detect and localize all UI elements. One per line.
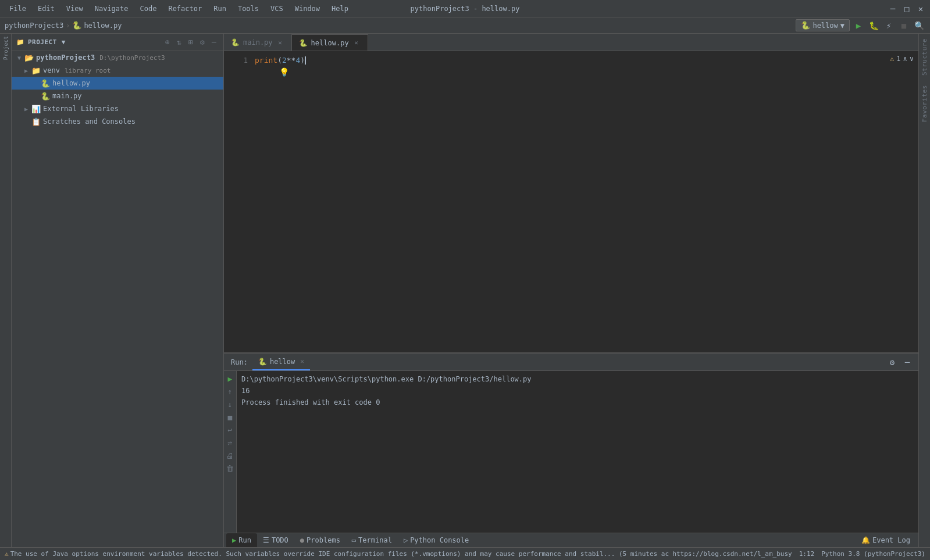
hellow-py-tab-close[interactable]: ✕ — [352, 39, 361, 47]
maximize-button[interactable]: □ — [902, 4, 911, 13]
run-button[interactable]: ▶ — [852, 19, 865, 32]
console-line-1: D:\pythonProject3\venv\Scripts\python.ex… — [241, 373, 914, 385]
title-bar-left: File Edit View Navigate Code Refactor Ru… — [5, 3, 353, 14]
structure-sidebar: Structure Favorites — [918, 34, 930, 547]
menu-view[interactable]: View — [62, 3, 88, 14]
panel-run-icon[interactable]: ▶ — [225, 373, 236, 384]
menu-refactor[interactable]: Refactor — [163, 3, 206, 14]
bottom-tab-terminal[interactable]: ▭ Terminal — [346, 533, 398, 547]
warning-indicator[interactable]: ⚠ 1 ∧ ∨ — [890, 55, 914, 63]
bottom-tab-problems[interactable]: ● Problems — [294, 533, 346, 547]
warning-nav-down[interactable]: ∨ — [910, 55, 914, 63]
stop-button[interactable]: ■ — [897, 19, 910, 32]
tree-root-project[interactable]: ▼ 📂 pythonProject3 D:\pythonProject3 — [12, 51, 223, 64]
debug-button[interactable]: 🐛 — [867, 19, 880, 32]
sidebar-settings-button[interactable]: ⚙ — [198, 38, 207, 47]
status-position[interactable]: 1:12 — [799, 550, 815, 558]
line-number-1: 1 — [226, 55, 248, 66]
tree-venv[interactable]: ▶ 📁 venv library root — [12, 64, 223, 77]
project-name-label: pythonProject3 — [36, 53, 95, 62]
menu-run[interactable]: Run — [209, 3, 231, 14]
status-warning-msg[interactable]: ⚠ The use of Java options environment va… — [5, 550, 669, 558]
main-file-label: main.py — [52, 92, 82, 100]
console-line-2: 16 — [241, 385, 914, 397]
panel-stop-icon[interactable]: ■ — [225, 412, 236, 422]
bottom-tab-todo[interactable]: ☰ TODO — [257, 533, 294, 547]
panel-clear-icon[interactable]: 🗑 — [225, 463, 236, 473]
bottom-tab-run[interactable]: ▶ Run — [226, 533, 257, 547]
bottom-tab-python-console[interactable]: ▷ Python Console — [398, 533, 475, 547]
collapse-all-button[interactable]: ⇅ — [174, 38, 184, 47]
run-tab-label: Run — [238, 536, 251, 544]
menu-navigate[interactable]: Navigate — [90, 3, 133, 14]
paren-close: ) — [300, 55, 305, 66]
bottom-toolbar: ▶ Run ☰ TODO ● Problems ▭ Terminal ▷ Pyt… — [224, 533, 918, 547]
panel-rerun-icon[interactable]: ↩ — [225, 425, 236, 435]
status-url-text: https://blog.csdn.net/l_am_busy — [672, 550, 792, 558]
chevron-down-icon: ▼ — [16, 55, 22, 60]
python-console-tab-label: Python Console — [410, 536, 469, 544]
code-line-1: print(2**4) — [255, 55, 907, 66]
main-file-icon: 🐍 — [41, 92, 50, 101]
main-py-tab-close[interactable]: ✕ — [276, 38, 284, 47]
menu-code[interactable]: Code — [136, 3, 162, 14]
expand-all-button[interactable]: ⊞ — [186, 38, 195, 47]
tree-external-libs[interactable]: ▶ 📊 External Libraries — [12, 102, 223, 115]
run-config-button[interactable]: 🐍 hellow ▼ — [796, 19, 850, 31]
panel-print-icon[interactable]: 🖨 — [225, 450, 236, 461]
profile-button[interactable]: ⚡ — [882, 19, 895, 32]
print-keyword: print — [255, 55, 277, 66]
event-log-button[interactable]: 🔔 Event Log — [856, 533, 916, 547]
lightbulb-icon[interactable]: 💡 — [279, 66, 289, 78]
event-log-icon: 🔔 — [861, 536, 870, 544]
sidebar-close-button[interactable]: ─ — [209, 38, 219, 47]
status-python-version[interactable]: Python 3.8 (pythonProject3) — [821, 550, 925, 558]
menu-window[interactable]: Window — [290, 3, 325, 14]
ext-chevron-icon: ▶ — [23, 106, 29, 112]
structure-tab[interactable]: Structure — [920, 34, 929, 80]
panel-scroll-down[interactable]: ↓ — [225, 399, 236, 409]
breadcrumb-file[interactable]: hellow.py — [84, 22, 122, 30]
tab-main-py[interactable]: 🐍 main.py ✕ — [224, 34, 292, 51]
menu-edit[interactable]: Edit — [33, 3, 59, 14]
favorites-tab[interactable]: Favorites — [920, 80, 929, 127]
tab-hellow-py[interactable]: 🐍 hellow.py ✕ — [292, 34, 368, 51]
python-console-tab-icon: ▷ — [404, 536, 408, 544]
hellow-tab-label: hellow — [270, 358, 295, 366]
venv-folder-icon: 📁 — [31, 66, 41, 75]
hellow-tab-close[interactable]: ✕ — [300, 358, 304, 365]
problems-tab-icon: ● — [300, 536, 304, 544]
scratches-icon: 📋 — [31, 117, 41, 126]
menu-help[interactable]: Help — [327, 3, 353, 14]
status-python-text: Python 3.8 (pythonProject3) — [821, 550, 925, 558]
sidebar-dropdown-arrow[interactable]: ▼ — [62, 38, 66, 46]
search-everywhere-button[interactable]: 🔍 — [913, 19, 925, 32]
add-file-button[interactable]: ⊕ — [163, 38, 172, 47]
code-editor[interactable]: print(2**4) 💡 — [250, 51, 911, 352]
editor-scrollbar[interactable] — [911, 51, 918, 352]
sidebar: 📁 Project ▼ ⊕ ⇅ ⊞ ⚙ ─ ▼ 📂 pythonProject3… — [12, 34, 224, 547]
minimize-button[interactable]: ─ — [888, 4, 897, 13]
menu-tools[interactable]: Tools — [233, 3, 263, 14]
tree-main-py[interactable]: 🐍 main.py — [12, 90, 223, 102]
sidebar-tree: ▼ 📂 pythonProject3 D:\pythonProject3 ▶ 📁… — [12, 51, 223, 547]
warning-nav-up[interactable]: ∧ — [903, 55, 907, 63]
panel-wrap-icon[interactable]: ⇌ — [225, 437, 236, 448]
run-label: Run: — [226, 358, 252, 366]
breadcrumb-project[interactable]: pythonProject3 — [5, 22, 63, 30]
panel-hide-button[interactable]: ─ — [901, 356, 914, 369]
panel-settings-button[interactable]: ⚙ — [886, 356, 899, 369]
activity-project[interactable]: Project — [1, 36, 11, 59]
status-bar: ⚠ The use of Java options environment va… — [0, 547, 930, 560]
sidebar-header: 📁 Project ▼ ⊕ ⇅ ⊞ ⚙ ─ — [12, 34, 223, 51]
tree-scratches[interactable]: 📋 Scratches and Consoles — [12, 115, 223, 128]
hellow-file-label: hellow.py — [52, 79, 90, 87]
menu-vcs[interactable]: VCS — [266, 3, 288, 14]
tree-hellow-py[interactable]: 🐍 hellow.py — [12, 77, 223, 90]
panel-scroll-up[interactable]: ↑ — [225, 386, 236, 397]
panel-tab-hellow[interactable]: 🐍 hellow ✕ — [252, 354, 310, 370]
menu-file[interactable]: File — [5, 3, 31, 14]
status-url[interactable]: https://blog.csdn.net/l_am_busy — [672, 550, 792, 558]
console-output: D:\pythonProject3\venv\Scripts\python.ex… — [237, 371, 918, 533]
close-button[interactable]: ✕ — [916, 4, 925, 13]
